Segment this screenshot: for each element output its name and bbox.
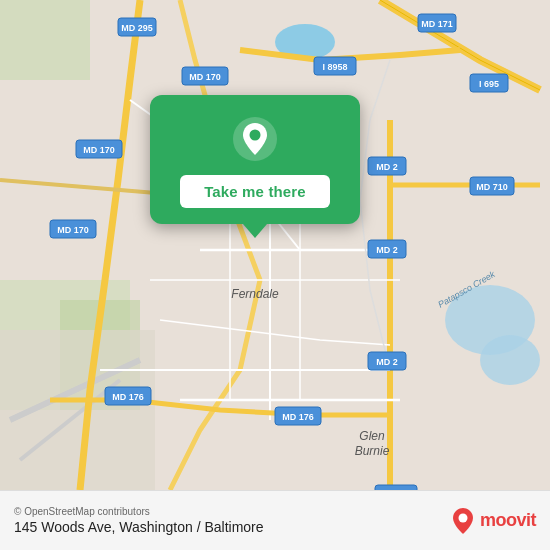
svg-text:MD 176: MD 176 (112, 392, 144, 402)
svg-text:MD 295: MD 295 (121, 23, 153, 33)
svg-text:I 8958: I 8958 (322, 62, 347, 72)
svg-text:MD 176: MD 176 (282, 412, 314, 422)
svg-text:MD 2: MD 2 (376, 245, 398, 255)
svg-text:MD 2: MD 2 (376, 162, 398, 172)
map-container: MD 295 MD 171 I 8958 I 695 MD 170 MD 170… (0, 0, 550, 490)
moovit-pin-icon (452, 507, 474, 535)
svg-rect-6 (0, 330, 155, 490)
svg-text:MD 170: MD 170 (57, 225, 89, 235)
svg-text:I 695: I 695 (479, 79, 499, 89)
svg-point-42 (250, 130, 261, 141)
svg-point-43 (458, 513, 467, 522)
svg-rect-3 (0, 0, 90, 80)
take-me-there-button[interactable]: Take me there (180, 175, 330, 208)
svg-point-1 (480, 335, 540, 385)
svg-text:MD 2: MD 2 (376, 357, 398, 367)
location-pin-icon (231, 115, 279, 163)
svg-text:MD 171: MD 171 (421, 19, 453, 29)
moovit-label: moovit (480, 510, 536, 531)
map-svg: MD 295 MD 171 I 8958 I 695 MD 170 MD 170… (0, 0, 550, 490)
svg-text:Glen: Glen (359, 429, 385, 443)
address-text: 145 Woods Ave, Washington / Baltimore (14, 519, 264, 535)
svg-text:Burnie: Burnie (355, 444, 390, 458)
location-icon-wrapper (229, 113, 281, 165)
svg-text:MD 170: MD 170 (83, 145, 115, 155)
popup-card: Take me there (150, 95, 360, 224)
svg-text:Ferndale: Ferndale (231, 287, 279, 301)
copyright-text: © OpenStreetMap contributors (14, 506, 264, 517)
bottom-text-group: © OpenStreetMap contributors 145 Woods A… (14, 506, 264, 535)
bottom-bar: © OpenStreetMap contributors 145 Woods A… (0, 490, 550, 550)
svg-text:MD 710: MD 710 (476, 182, 508, 192)
moovit-logo: moovit (452, 507, 536, 535)
svg-text:MD 170: MD 170 (189, 72, 221, 82)
